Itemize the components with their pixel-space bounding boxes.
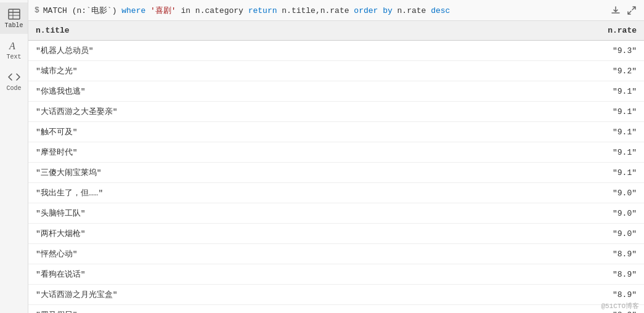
cell-title: "大话西游之月光宝盒" <box>28 285 452 305</box>
query-segment-value: '喜剧' <box>150 6 176 15</box>
cell-rate: "9.1" <box>452 81 644 102</box>
cell-rate: "8.9" <box>452 305 644 314</box>
query-segment-orderby: order by <box>354 6 397 15</box>
sidebar-item-code[interactable]: Code <box>0 65 28 97</box>
cell-rate: "9.3" <box>452 41 644 61</box>
expand-button[interactable] <box>626 4 638 17</box>
cell-rate: "9.1" <box>452 163 644 183</box>
query-segment-match: MATCH <box>43 6 72 15</box>
svg-text:A: A <box>9 41 15 51</box>
cell-title: "两杆大烟枪" <box>28 224 452 244</box>
cell-title: "怦然心动" <box>28 244 452 264</box>
cell-title: "摩登时代" <box>28 142 452 163</box>
table-row: "摩登时代" "9.1" <box>28 142 644 163</box>
sidebar-text-label: Text <box>6 54 21 60</box>
cell-rate: "9.0" <box>452 224 644 244</box>
cell-title: "我出生了，但……" <box>28 183 452 203</box>
cell-rate: "9.1" <box>452 122 644 142</box>
query-segment-where: where <box>121 6 150 15</box>
query-segment-orderfield: n.rate <box>397 6 431 15</box>
results-table: n.title n.rate "机器人总动员" "9.3" "城市之光" "9.… <box>28 21 644 313</box>
cell-rate: "8.9" <box>452 244 644 264</box>
query-segment-return: return <box>248 6 282 15</box>
table-row: "三傻大闹宝莱坞" "9.1" <box>28 163 644 183</box>
query-actions <box>609 4 638 17</box>
table-row: "罗马假日" "8.9" <box>28 305 644 314</box>
cell-rate: "9.0" <box>452 203 644 224</box>
table-row: "城市之光" "9.2" <box>28 61 644 81</box>
cell-rate: "8.9" <box>452 285 644 305</box>
sidebar-item-text[interactable]: A Text <box>0 34 28 65</box>
code-icon <box>7 70 21 84</box>
table-row: "两杆大烟枪" "9.0" <box>28 224 644 244</box>
table-row: "看狗在说话" "8.9" <box>28 264 644 285</box>
query-text: MATCH (n:`电影`) where '喜剧' in n.category … <box>43 5 609 16</box>
table-icon <box>7 7 21 21</box>
cell-title: "三傻大闹宝莱坞" <box>28 163 452 183</box>
cell-rate: "8.9" <box>452 264 644 285</box>
col-header-rate: n.rate <box>452 21 644 41</box>
cell-title: "城市之光" <box>28 61 452 81</box>
cell-rate: "9.1" <box>452 102 644 122</box>
main-content: $ MATCH (n:`电影`) where '喜剧' in n.categor… <box>28 0 644 313</box>
cell-title: "罗马假日" <box>28 305 452 314</box>
cell-rate: "9.1" <box>452 142 644 163</box>
cell-title: "看狗在说话" <box>28 264 452 285</box>
expand-icon <box>627 6 637 15</box>
table-row: "我出生了，但……" "9.0" <box>28 183 644 203</box>
cell-title: "触不可及" <box>28 122 452 142</box>
query-segment-in: in n.category <box>176 6 248 15</box>
table-row: "触不可及" "9.1" <box>28 122 644 142</box>
table-header-row: n.title n.rate <box>28 21 644 41</box>
table-row: "大话西游之大圣娶亲" "9.1" <box>28 102 644 122</box>
cell-rate: "9.0" <box>452 183 644 203</box>
sidebar-code-label: Code <box>6 85 21 92</box>
cell-title: "机器人总动员" <box>28 41 452 61</box>
table-row: "怦然心动" "8.9" <box>28 244 644 264</box>
query-bar: $ MATCH (n:`电影`) where '喜剧' in n.categor… <box>28 0 644 21</box>
table-row: "你逃我也逃" "9.1" <box>28 81 644 102</box>
table-area: n.title n.rate "机器人总动员" "9.3" "城市之光" "9.… <box>28 21 644 313</box>
cell-title: "大话西游之大圣娶亲" <box>28 102 452 122</box>
query-segment-node: (n:`电影`) <box>72 6 122 15</box>
col-header-title: n.title <box>28 21 452 41</box>
query-segment-desc: desc <box>431 6 450 15</box>
svg-rect-0 <box>9 9 20 19</box>
table-row: "大话西游之月光宝盒" "8.9" <box>28 285 644 305</box>
cell-title: "你逃我也逃" <box>28 81 452 102</box>
query-prompt: $ <box>35 6 39 15</box>
sidebar: Table A Text Code <box>0 0 28 313</box>
sidebar-item-table[interactable]: Table <box>0 2 28 34</box>
text-icon: A <box>7 39 21 52</box>
table-row: "头脑特工队" "9.0" <box>28 203 644 224</box>
query-segment-fields: n.title,n.rate <box>282 6 354 15</box>
download-icon <box>611 6 621 15</box>
table-row: "机器人总动员" "9.3" <box>28 41 644 61</box>
download-button[interactable] <box>609 4 622 17</box>
cell-title: "头脑特工队" <box>28 203 452 224</box>
cell-rate: "9.2" <box>452 61 644 81</box>
sidebar-table-label: Table <box>4 22 23 29</box>
